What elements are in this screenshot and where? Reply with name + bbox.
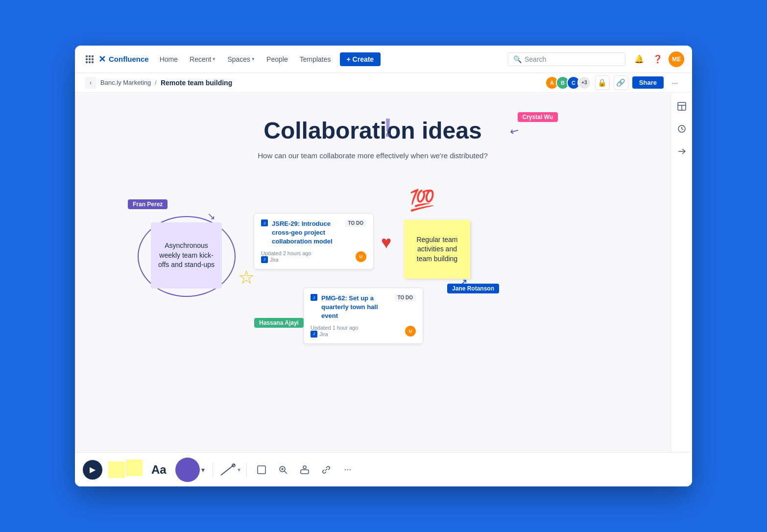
- star-decoration: ☆: [238, 266, 255, 288]
- toolbar-divider-1: [213, 462, 213, 477]
- label-crystal-wu: Crystal Wu: [518, 112, 558, 122]
- heart-decoration: ♥: [381, 232, 391, 253]
- notifications-button[interactable]: 🔔: [631, 51, 647, 67]
- nav-recent[interactable]: Recent ▾: [185, 52, 220, 66]
- jira-card-2-footer: Updated 1 hour ago J Jira U: [311, 325, 416, 338]
- jira-card-2-title: PMG-62: Set up a quarterly town hall eve…: [321, 294, 391, 321]
- canvas-subtitle: How can our team collaborate more effect…: [258, 151, 488, 160]
- canvas-area[interactable]: Collaboration ideas How can our team col…: [75, 93, 671, 452]
- svg-rect-8: [92, 61, 94, 63]
- play-button[interactable]: ▶: [83, 460, 102, 480]
- jira-source-icon-1: J: [261, 256, 268, 263]
- sidebar-toggle[interactable]: ‹: [85, 77, 96, 89]
- jira-source-icon-2: J: [311, 331, 317, 338]
- jira-card-2-badge: TO DO: [395, 294, 416, 301]
- yellow-sticky-thumb: [108, 461, 125, 478]
- svg-rect-16: [258, 466, 265, 474]
- user-avatar[interactable]: ME: [669, 51, 684, 67]
- shape-tool[interactable]: [175, 458, 200, 482]
- sidebar-clock-icon[interactable]: [674, 121, 690, 137]
- search-box[interactable]: 🔍 Search: [508, 52, 625, 66]
- svg-line-18: [284, 471, 287, 474]
- jira-card-1-header: J JSRE-29: Introduce cross-geo project c…: [261, 219, 366, 246]
- nav-templates[interactable]: Templates: [295, 52, 336, 66]
- spaces-chevron: ▾: [252, 56, 255, 62]
- insert-tool[interactable]: [296, 461, 313, 479]
- grid-icon[interactable]: [83, 52, 96, 66]
- exclamation-decoration: !: [384, 112, 392, 143]
- arrow-crystal-decoration: ↙: [507, 123, 522, 139]
- svg-rect-21: [301, 470, 309, 474]
- svg-rect-4: [89, 58, 91, 60]
- jira-card-1-avatar: U: [356, 251, 366, 262]
- search-icon: 🔍: [513, 55, 522, 63]
- text-tool[interactable]: Aa: [146, 460, 171, 480]
- nav-people[interactable]: People: [262, 52, 293, 66]
- shape-dropdown[interactable]: ▾: [200, 462, 207, 477]
- jira-logo-2: J: [311, 294, 317, 301]
- label-fran-perez: Fran Perez: [128, 199, 168, 209]
- link-canvas-tool[interactable]: [317, 461, 335, 479]
- svg-rect-3: [86, 58, 88, 60]
- help-button[interactable]: ❓: [650, 51, 666, 67]
- breadcrumb-parent[interactable]: Banc.ly Marketing: [100, 79, 151, 86]
- svg-rect-6: [86, 61, 88, 63]
- svg-rect-1: [89, 55, 91, 57]
- breadcrumb-separator: /: [155, 79, 157, 86]
- jira-card-2-meta: Updated 1 hour ago: [311, 325, 358, 331]
- line-tool[interactable]: ▾: [219, 462, 240, 477]
- svg-rect-7: [89, 61, 91, 63]
- jira-card-1[interactable]: J JSRE-29: Introduce cross-geo project c…: [254, 213, 374, 269]
- collaborators: A B C +3: [545, 76, 591, 90]
- shape-tool-group: ▾: [175, 458, 207, 482]
- jira-card-1-source: J Jira: [261, 256, 312, 263]
- jira-card-2-source: J Jira: [311, 331, 358, 338]
- label-hassana-ajayi: Hassana Ajayi: [254, 318, 304, 328]
- main-area: Collaboration ideas How can our team col…: [75, 93, 692, 452]
- navbar: ✕ Confluence Home Recent ▾ Spaces ▾ Peop…: [75, 46, 692, 73]
- recent-chevron: ▾: [213, 56, 216, 62]
- lock-button[interactable]: 🔒: [595, 75, 610, 90]
- avatar-stack: A B C +3: [545, 76, 591, 90]
- confluence-x-icon: ✕: [98, 54, 106, 65]
- svg-rect-5: [92, 58, 94, 60]
- jira-card-2[interactable]: J PMG-62: Set up a quarterly town hall e…: [303, 288, 423, 344]
- canvas-title: Collaboration ideas: [264, 117, 481, 144]
- browser-window: ✕ Confluence Home Recent ▾ Spaces ▾ Peop…: [75, 46, 692, 486]
- jira-logo-1: J: [261, 219, 268, 226]
- share-button[interactable]: Share: [632, 76, 664, 89]
- arrow-lines-decoration: ↘: [207, 210, 216, 222]
- svg-point-22: [303, 466, 306, 469]
- search-canvas-tool[interactable]: [274, 461, 292, 479]
- nav-home[interactable]: Home: [155, 52, 183, 66]
- more-tools-button[interactable]: ···: [339, 461, 357, 479]
- toolbar-divider-2: [246, 462, 247, 477]
- jira-card-1-meta: Updated 2 hours ago: [261, 250, 312, 256]
- confluence-logo[interactable]: ✕ Confluence: [98, 54, 149, 65]
- jira-card-1-title: JSRE-29: Introduce cross-geo project col…: [272, 219, 341, 246]
- sidebar-send-icon[interactable]: [674, 144, 690, 159]
- link-button[interactable]: 🔗: [614, 75, 628, 90]
- nav-spaces[interactable]: Spaces ▾: [222, 52, 260, 66]
- sticky-team-activities[interactable]: Regular team activities and team buildin…: [404, 220, 470, 279]
- jira-card-2-avatar: U: [405, 326, 416, 337]
- sidebar-table-icon[interactable]: [674, 98, 690, 114]
- breadcrumb-actions: 🔒 🔗 Share ···: [595, 75, 682, 90]
- jira-card-1-badge: TO DO: [345, 219, 366, 227]
- breadcrumb-bar: ‹ Banc.ly Marketing / Remote team buildi…: [75, 73, 692, 93]
- jira-card-1-footer: Updated 2 hours ago J Jira U: [261, 250, 366, 263]
- svg-rect-0: [86, 55, 88, 57]
- create-button[interactable]: + Create: [340, 52, 381, 66]
- rectangle-tool[interactable]: [253, 461, 270, 479]
- avatar-count: +3: [577, 76, 591, 90]
- sticky-notes-tool[interactable]: [108, 461, 143, 478]
- hundred-decoration: 💯: [409, 188, 435, 212]
- bottom-toolbar: ▶ Aa ▾ ▾: [75, 452, 692, 486]
- breadcrumb-current: Remote team building: [161, 79, 232, 87]
- more-options-button[interactable]: ···: [668, 75, 682, 90]
- yellow-sticky-thumb-2: [126, 459, 143, 476]
- right-sidebar: [671, 93, 692, 452]
- jira-card-2-header: J PMG-62: Set up a quarterly town hall e…: [311, 294, 416, 321]
- nav-icons: 🔔 ❓ ME: [631, 51, 684, 67]
- sticky-async[interactable]: Asynchronous weekly team kick-offs and s…: [151, 222, 222, 289]
